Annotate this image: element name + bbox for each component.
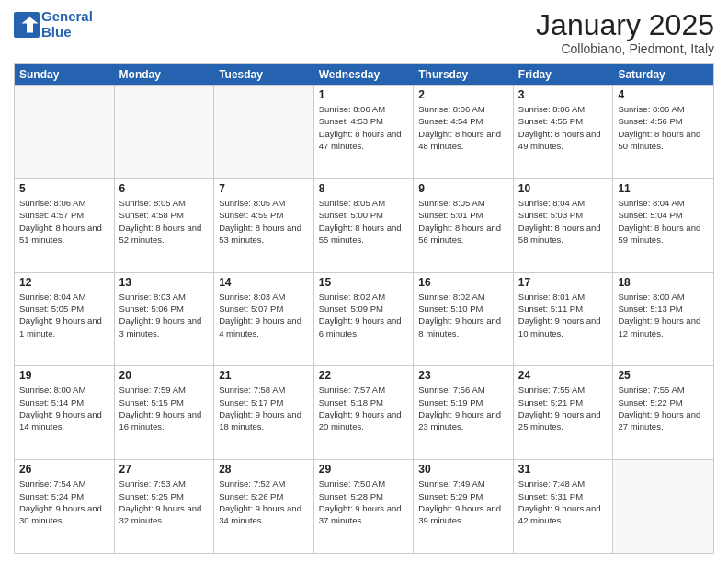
day-number: 7	[219, 182, 309, 195]
week-row-4: 19Sunrise: 8:00 AM Sunset: 5:14 PM Dayli…	[15, 365, 713, 459]
day-number: 25	[618, 369, 709, 382]
day-cell-5: 5Sunrise: 8:06 AM Sunset: 4:57 PM Daylig…	[15, 179, 115, 272]
day-number: 10	[518, 182, 609, 195]
calendar: SundayMondayTuesdayWednesdayThursdayFrid…	[14, 63, 714, 554]
day-cell-2: 2Sunrise: 8:06 AM Sunset: 4:54 PM Daylig…	[414, 86, 514, 178]
week-row-2: 5Sunrise: 8:06 AM Sunset: 4:57 PM Daylig…	[15, 178, 713, 272]
day-info: Sunrise: 8:06 AM Sunset: 4:53 PM Dayligh…	[319, 103, 409, 152]
day-number: 1	[319, 88, 409, 101]
header-day-tuesday: Tuesday	[214, 64, 314, 85]
day-cell-18: 18Sunrise: 8:00 AM Sunset: 5:13 PM Dayli…	[613, 273, 713, 366]
subtitle: Collobiano, Piedmont, Italy	[536, 41, 714, 56]
day-number: 30	[418, 463, 508, 476]
day-cell-26: 26Sunrise: 7:54 AM Sunset: 5:24 PM Dayli…	[15, 460, 115, 553]
header-day-sunday: Sunday	[15, 64, 115, 85]
empty-cell	[115, 86, 215, 178]
page: General Blue January 2025 Collobiano, Pi…	[0, 0, 728, 563]
day-number: 19	[19, 369, 109, 382]
calendar-body: 1Sunrise: 8:06 AM Sunset: 4:53 PM Daylig…	[15, 85, 713, 553]
day-cell-24: 24Sunrise: 7:55 AM Sunset: 5:21 PM Dayli…	[514, 366, 614, 459]
day-info: Sunrise: 7:55 AM Sunset: 5:22 PM Dayligh…	[618, 384, 709, 432]
empty-cell	[15, 86, 115, 178]
day-info: Sunrise: 7:53 AM Sunset: 5:25 PM Dayligh…	[119, 477, 210, 526]
day-cell-15: 15Sunrise: 8:02 AM Sunset: 5:09 PM Dayli…	[314, 273, 415, 366]
day-number: 17	[518, 276, 609, 289]
day-info: Sunrise: 8:04 AM Sunset: 5:03 PM Dayligh…	[518, 197, 609, 246]
day-info: Sunrise: 7:55 AM Sunset: 5:21 PM Dayligh…	[518, 384, 609, 432]
day-number: 12	[19, 276, 109, 289]
day-cell-22: 22Sunrise: 7:57 AM Sunset: 5:18 PM Dayli…	[314, 366, 415, 459]
day-number: 26	[19, 463, 109, 476]
day-info: Sunrise: 8:01 AM Sunset: 5:11 PM Dayligh…	[518, 291, 609, 339]
day-cell-29: 29Sunrise: 7:50 AM Sunset: 5:28 PM Dayli…	[314, 460, 415, 553]
day-cell-23: 23Sunrise: 7:56 AM Sunset: 5:19 PM Dayli…	[414, 366, 514, 459]
day-cell-8: 8Sunrise: 8:05 AM Sunset: 5:00 PM Daylig…	[314, 179, 415, 272]
day-number: 13	[119, 276, 210, 289]
day-cell-14: 14Sunrise: 8:03 AM Sunset: 5:07 PM Dayli…	[214, 273, 314, 366]
day-info: Sunrise: 8:04 AM Sunset: 5:05 PM Dayligh…	[19, 291, 109, 339]
day-number: 15	[319, 276, 409, 289]
day-cell-4: 4Sunrise: 8:06 AM Sunset: 4:56 PM Daylig…	[613, 86, 713, 178]
day-number: 31	[518, 463, 609, 476]
day-info: Sunrise: 8:06 AM Sunset: 4:56 PM Dayligh…	[618, 103, 709, 152]
week-row-1: 1Sunrise: 8:06 AM Sunset: 4:53 PM Daylig…	[15, 85, 713, 178]
day-cell-17: 17Sunrise: 8:01 AM Sunset: 5:11 PM Dayli…	[514, 273, 614, 366]
day-info: Sunrise: 7:59 AM Sunset: 5:15 PM Dayligh…	[119, 384, 210, 432]
calendar-header: SundayMondayTuesdayWednesdayThursdayFrid…	[15, 64, 713, 85]
day-info: Sunrise: 8:05 AM Sunset: 5:01 PM Dayligh…	[418, 197, 508, 246]
day-cell-28: 28Sunrise: 7:52 AM Sunset: 5:26 PM Dayli…	[214, 460, 314, 553]
day-info: Sunrise: 8:06 AM Sunset: 4:55 PM Dayligh…	[518, 103, 609, 152]
day-info: Sunrise: 8:05 AM Sunset: 5:00 PM Dayligh…	[319, 197, 409, 246]
day-number: 29	[319, 463, 409, 476]
day-info: Sunrise: 8:03 AM Sunset: 5:07 PM Dayligh…	[219, 291, 309, 339]
day-info: Sunrise: 8:05 AM Sunset: 4:59 PM Dayligh…	[219, 197, 309, 246]
day-cell-3: 3Sunrise: 8:06 AM Sunset: 4:55 PM Daylig…	[514, 86, 614, 178]
day-info: Sunrise: 8:05 AM Sunset: 4:58 PM Dayligh…	[119, 197, 210, 246]
logo-icon	[14, 12, 40, 38]
month-title: January 2025	[536, 9, 714, 41]
day-number: 22	[319, 369, 409, 382]
day-number: 24	[518, 369, 609, 382]
day-number: 20	[119, 369, 210, 382]
day-cell-13: 13Sunrise: 8:03 AM Sunset: 5:06 PM Dayli…	[115, 273, 215, 366]
day-number: 27	[119, 463, 210, 476]
day-number: 5	[19, 182, 109, 195]
day-info: Sunrise: 8:00 AM Sunset: 5:14 PM Dayligh…	[19, 384, 109, 432]
empty-cell	[613, 460, 713, 553]
day-number: 6	[119, 182, 210, 195]
day-number: 2	[418, 88, 508, 101]
header-day-saturday: Saturday	[613, 64, 713, 85]
day-info: Sunrise: 8:02 AM Sunset: 5:09 PM Dayligh…	[319, 291, 409, 339]
day-number: 8	[319, 182, 409, 195]
day-cell-11: 11Sunrise: 8:04 AM Sunset: 5:04 PM Dayli…	[613, 179, 713, 272]
header-day-monday: Monday	[115, 64, 215, 85]
empty-cell	[214, 86, 314, 178]
day-info: Sunrise: 8:06 AM Sunset: 4:57 PM Dayligh…	[19, 197, 109, 246]
day-number: 28	[219, 463, 309, 476]
day-cell-9: 9Sunrise: 8:05 AM Sunset: 5:01 PM Daylig…	[414, 179, 514, 272]
day-cell-1: 1Sunrise: 8:06 AM Sunset: 4:53 PM Daylig…	[314, 86, 415, 178]
day-cell-6: 6Sunrise: 8:05 AM Sunset: 4:58 PM Daylig…	[115, 179, 215, 272]
day-number: 16	[418, 276, 508, 289]
day-info: Sunrise: 7:48 AM Sunset: 5:31 PM Dayligh…	[518, 477, 609, 526]
day-cell-25: 25Sunrise: 7:55 AM Sunset: 5:22 PM Dayli…	[613, 366, 713, 459]
day-cell-16: 16Sunrise: 8:02 AM Sunset: 5:10 PM Dayli…	[414, 273, 514, 366]
day-cell-7: 7Sunrise: 8:05 AM Sunset: 4:59 PM Daylig…	[214, 179, 314, 272]
day-number: 18	[618, 276, 709, 289]
day-info: Sunrise: 7:50 AM Sunset: 5:28 PM Dayligh…	[319, 477, 409, 526]
week-row-3: 12Sunrise: 8:04 AM Sunset: 5:05 PM Dayli…	[15, 272, 713, 366]
header: General Blue January 2025 Collobiano, Pi…	[14, 9, 714, 56]
day-cell-19: 19Sunrise: 8:00 AM Sunset: 5:14 PM Dayli…	[15, 366, 115, 459]
day-cell-21: 21Sunrise: 7:58 AM Sunset: 5:17 PM Dayli…	[214, 366, 314, 459]
logo: General Blue	[14, 9, 93, 40]
week-row-5: 26Sunrise: 7:54 AM Sunset: 5:24 PM Dayli…	[15, 459, 713, 553]
day-cell-10: 10Sunrise: 8:04 AM Sunset: 5:03 PM Dayli…	[514, 179, 614, 272]
day-number: 23	[418, 369, 508, 382]
day-info: Sunrise: 8:04 AM Sunset: 5:04 PM Dayligh…	[618, 197, 709, 246]
day-cell-31: 31Sunrise: 7:48 AM Sunset: 5:31 PM Dayli…	[514, 460, 614, 553]
day-info: Sunrise: 8:00 AM Sunset: 5:13 PM Dayligh…	[618, 291, 709, 339]
day-cell-20: 20Sunrise: 7:59 AM Sunset: 5:15 PM Dayli…	[115, 366, 215, 459]
logo-text: General Blue	[41, 9, 93, 40]
day-number: 4	[618, 88, 709, 101]
day-cell-12: 12Sunrise: 8:04 AM Sunset: 5:05 PM Dayli…	[15, 273, 115, 366]
